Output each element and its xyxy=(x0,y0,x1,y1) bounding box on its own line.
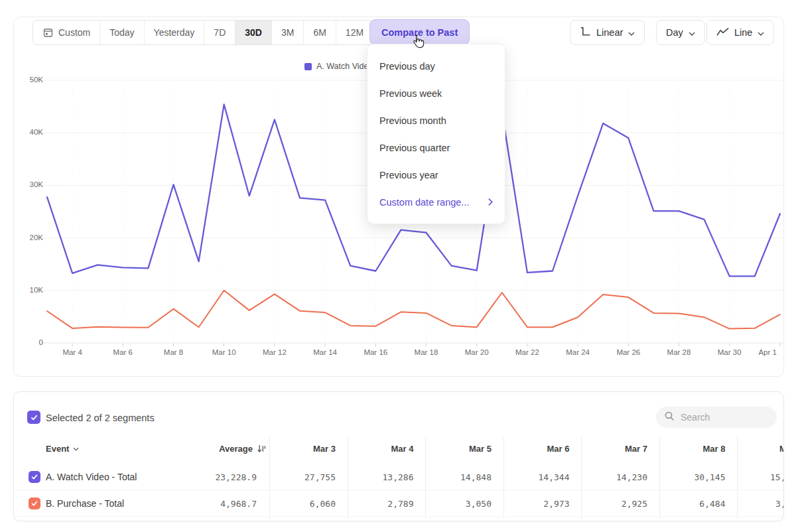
linear-axis-icon xyxy=(580,26,591,39)
preset-label: 7D xyxy=(214,27,226,38)
preset-3m[interactable]: 3M xyxy=(272,21,304,44)
column-header-date-clipped[interactable]: M xyxy=(779,444,784,454)
segment-value: 2,789 xyxy=(387,499,413,509)
x-axis-label: Mar 6 xyxy=(103,348,143,356)
select-all-checkbox[interactable] xyxy=(27,411,40,424)
segment-value: 14,848 xyxy=(460,472,492,482)
chevron-down-icon xyxy=(758,27,764,38)
segments-panel: Selected 2 of 2 segments EventAverageMar… xyxy=(13,391,784,521)
y-axis-label: 20K xyxy=(14,233,43,241)
legend-swatch xyxy=(304,63,312,70)
preset-7d[interactable]: 7D xyxy=(204,21,235,44)
line-chart-icon xyxy=(716,27,729,38)
analytics-dashboard: CustomTodayYesterday7D30D3M6M12M Compare… xyxy=(0,0,796,532)
x-axis-label: Mar 24 xyxy=(558,348,598,356)
segment-value: 27,755 xyxy=(304,472,336,482)
preset-label: 3M xyxy=(281,27,294,38)
preset-custom[interactable]: Custom xyxy=(33,21,100,44)
y-axis-label: 10K xyxy=(14,286,43,294)
x-axis-label: Mar 28 xyxy=(659,348,699,356)
y-axis-label: 50K xyxy=(14,76,43,84)
preset-today[interactable]: Today xyxy=(100,21,144,44)
column-header-date[interactable]: Mar 7 xyxy=(625,444,647,454)
preset-label: Today xyxy=(109,27,134,38)
preset-label: Custom xyxy=(58,27,90,38)
x-axis-label: Mar 26 xyxy=(608,348,648,356)
search-icon xyxy=(664,411,675,424)
segment-name: B. Purchase - Total xyxy=(46,498,124,509)
segment-average-value: 23,228.9 xyxy=(215,472,257,482)
segment-value: 3, xyxy=(775,499,784,509)
x-axis-label: Mar 14 xyxy=(305,348,345,356)
legend-label: A. Watch Vide xyxy=(316,62,368,71)
chevron-down-icon xyxy=(73,447,79,451)
y-axis-label: 30K xyxy=(14,180,43,188)
preset-label: Yesterday xyxy=(154,27,195,38)
column-header-date[interactable]: Mar 5 xyxy=(469,444,492,454)
segment-value: 2,973 xyxy=(543,499,569,509)
preset-6m[interactable]: 6M xyxy=(304,21,336,44)
granularity-label: Day xyxy=(666,27,683,38)
segment-value: 13,286 xyxy=(383,472,414,482)
column-header-average[interactable]: Average xyxy=(219,444,267,454)
search-input[interactable] xyxy=(681,412,767,423)
segment-value: 30,145 xyxy=(695,472,726,482)
segment-name: A. Watch Video - Total xyxy=(46,472,137,482)
preset-label: 12M xyxy=(346,27,364,38)
chart-type-label: Line xyxy=(734,27,752,38)
chart-legend-item-a[interactable]: A. Watch Vide xyxy=(304,61,368,72)
series-line-b[interactable] xyxy=(47,291,780,329)
preset-label: 6M xyxy=(313,27,326,38)
menu-item-previous-quarter[interactable]: Previous quarter xyxy=(367,134,505,161)
x-axis-label: Mar 10 xyxy=(204,348,244,356)
x-axis-label: Mar 20 xyxy=(457,348,497,356)
column-header-date[interactable]: Mar 3 xyxy=(313,444,336,454)
calendar-icon xyxy=(42,27,54,38)
compare-to-past-button[interactable]: Compare to Past xyxy=(369,19,470,45)
x-axis-label: Mar 4 xyxy=(52,348,92,356)
column-header-date[interactable]: Mar 6 xyxy=(547,444,570,454)
column-header-event[interactable]: Event xyxy=(46,444,79,454)
x-axis-label: Mar 18 xyxy=(407,348,446,356)
chevron-right-icon xyxy=(488,197,493,208)
column-header-date[interactable]: Mar 8 xyxy=(703,444,726,454)
column-header-label: Event xyxy=(46,444,69,454)
chevron-down-icon xyxy=(689,27,695,38)
date-preset-group: CustomTodayYesterday7D30D3M6M12M xyxy=(33,20,373,45)
x-axis-label: Mar 16 xyxy=(356,348,395,356)
segment-value: 3,050 xyxy=(466,499,492,509)
table-row-segment-b: B. Purchase - Total4,968.76,0602,7893,05… xyxy=(14,490,783,517)
preset-30d[interactable]: 30D xyxy=(235,21,272,44)
preset-yesterday[interactable]: Yesterday xyxy=(145,21,205,44)
column-header-label: Average xyxy=(219,444,253,454)
y-axis-label: 40K xyxy=(14,128,43,136)
preset-label: 30D xyxy=(245,27,262,38)
segment-checkbox[interactable] xyxy=(29,471,40,483)
scale-dropdown-button[interactable]: Linear xyxy=(570,20,645,45)
selected-segments-summary: Selected 2 of 2 segments xyxy=(46,413,155,423)
segment-value: 14,230 xyxy=(616,472,647,482)
menu-item-previous-day[interactable]: Previous day xyxy=(367,52,505,80)
granularity-dropdown-button[interactable]: Day xyxy=(656,20,705,45)
segment-value: 2,925 xyxy=(622,499,647,509)
menu-item-previous-week[interactable]: Previous week xyxy=(367,80,505,107)
column-header-date[interactable]: Mar 4 xyxy=(391,444,414,454)
menu-item-previous-year[interactable]: Previous year xyxy=(367,161,505,188)
y-axis-label: 0 xyxy=(14,338,43,346)
menu-item-previous-month[interactable]: Previous month xyxy=(367,107,505,134)
segment-value: 15, xyxy=(770,472,784,482)
segment-checkbox[interactable] xyxy=(29,498,40,509)
menu-item-custom-date-range[interactable]: Custom date range... xyxy=(367,188,505,216)
preset-12m[interactable]: 12M xyxy=(336,21,373,44)
chevron-down-icon xyxy=(628,27,635,38)
x-axis-label: Apr 1 xyxy=(744,348,777,356)
compare-to-past-label: Compare to Past xyxy=(381,27,458,38)
segment-average-value: 4,968.7 xyxy=(220,499,257,509)
segment-value: 6,060 xyxy=(310,499,336,509)
table-row-segment-a: A. Watch Video - Total23,228.927,75513,2… xyxy=(14,464,783,490)
chart-type-dropdown-button[interactable]: Line xyxy=(706,20,774,45)
segment-value: 6,484 xyxy=(699,499,725,509)
x-axis-label: Mar 22 xyxy=(507,348,547,356)
segments-search[interactable] xyxy=(656,407,777,428)
x-axis-label: Mar 12 xyxy=(255,348,295,356)
